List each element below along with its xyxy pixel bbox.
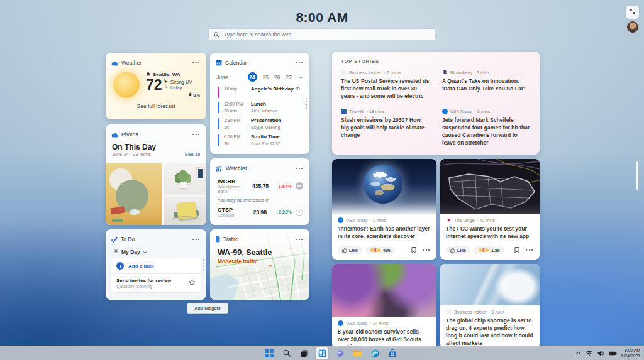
stock-symbol: CTSP [218, 207, 234, 213]
user-avatar[interactable] [626, 21, 639, 33]
wifi-icon[interactable] [586, 351, 593, 356]
watching-icon[interactable] [296, 182, 303, 190]
calendar-expand-chevron-icon[interactable] [299, 74, 303, 80]
calendar-date-24[interactable]: 24 [248, 72, 257, 82]
event-duration: 1h [224, 125, 229, 129]
add-to-watchlist-icon[interactable]: + [296, 209, 303, 216]
interested-label: You may be interested in [210, 195, 309, 204]
sun-icon [113, 72, 140, 98]
traffic-menu-button[interactable] [294, 237, 304, 241]
calendar-title: Calendar [225, 60, 247, 66]
todo-title: To Do [121, 236, 135, 243]
watchlist-widget[interactable]: Watchlist WGRB Woodgrove Bank 435.75 -1.… [210, 158, 309, 225]
story-time: 3 mins [474, 70, 490, 75]
photos-widget[interactable]: Photos On This Day June 24 · 33 items Se… [106, 124, 206, 225]
news-story[interactable]: USA Today 5 mins Jets forward Mark Schei… [442, 109, 531, 146]
my-day-selector[interactable]: My Day [106, 247, 206, 258]
photo-chair[interactable] [164, 196, 206, 225]
calendar-widget[interactable]: Calendar June 24 25 26 27 All day Angela… [210, 53, 309, 154]
volume-icon[interactable] [597, 351, 604, 356]
thumbs-up-icon [450, 248, 455, 253]
source-logo-usa-today [338, 320, 343, 326]
news-card-earth[interactable]: USA Today 1 mins 'Innermost': Earth has … [332, 159, 436, 260]
see-all-link[interactable]: See all [185, 151, 200, 157]
reactions-pill[interactable]: 496 [365, 246, 395, 254]
file-explorer-icon[interactable] [351, 347, 364, 359]
todo-widget[interactable]: To Do My Day Add a task Send invites for… [106, 229, 206, 300]
source-logo-business-insider [341, 70, 347, 75]
calendar-date-25[interactable]: 25 [263, 74, 269, 80]
weather-menu-button[interactable] [191, 61, 201, 65]
photo-collage[interactable] [106, 163, 206, 225]
event-subtitle: Alex Johnson [251, 108, 277, 114]
add-widgets-button[interactable]: Add widgets [187, 303, 228, 314]
todo-check-icon [111, 234, 118, 245]
thumbs-up-icon [342, 248, 347, 253]
widgets-button[interactable] [316, 347, 328, 359]
start-button[interactable] [263, 347, 275, 359]
weather-cloud-icon [111, 57, 118, 68]
calendar-event[interactable]: 6:00 PM3h Studio Time Conf Rm 32/35 [218, 134, 302, 147]
chat-icon[interactable] [333, 347, 346, 359]
panel-scrollbar[interactable] [636, 161, 638, 190]
news-story[interactable]: B Bloomberg 3 mins A Quant's Take on Inn… [442, 70, 531, 100]
card-source: USA Today [346, 321, 368, 325]
photos-menu-button[interactable] [191, 133, 201, 136]
card-menu-button[interactable] [525, 248, 534, 252]
watchlist-menu-button[interactable] [294, 166, 304, 170]
todo-scroll-dots[interactable] [203, 259, 204, 270]
traffic-widget[interactable]: Traffic WA-99, Seattle Moderate traffic [210, 229, 309, 300]
unit-celsius[interactable]: °C [164, 84, 168, 89]
top-stories-header: TOP STORIES [341, 58, 531, 64]
microsoft-store-icon[interactable] [386, 347, 399, 359]
reactions-pill[interactable]: 1.5k [474, 246, 504, 254]
news-card-fcc[interactable]: ▼ The Verge 42 mins The FCC wants you to… [440, 159, 540, 260]
add-task-label: Add a task [128, 263, 153, 269]
calendar-scroll-dots[interactable] [306, 98, 307, 109]
tray-chevron-up-icon[interactable] [575, 351, 581, 355]
calendar-event[interactable]: 1:30 PM1h Presentation Skype Meeting [218, 117, 302, 131]
star-icon[interactable] [189, 277, 196, 288]
news-card-girl-scouts[interactable]: USA Today 14 mins 8-year-old cancer surv… [332, 264, 436, 349]
news-story[interactable]: Business Insider 2 hours The US Postal S… [341, 70, 430, 100]
my-day-label: My Day [121, 249, 140, 255]
battery-icon[interactable] [609, 351, 617, 356]
photo-still-life[interactable] [106, 163, 162, 225]
chevron-down-icon [143, 249, 147, 255]
collapse-panel-button[interactable] [626, 6, 639, 19]
stock-row-wgrb[interactable]: WGRB Woodgrove Bank 435.75 -1.67% [210, 176, 309, 195]
news-story[interactable]: The Hill 18 mins Slash emissions by 2030… [341, 109, 430, 146]
calendar-date-27[interactable]: 27 [286, 74, 292, 80]
photo-plant[interactable] [164, 163, 206, 195]
web-search-bar[interactable] [208, 28, 436, 40]
tray-clock[interactable]: 8:00 AM 6/24/2021 [621, 347, 640, 359]
taskbar-search-icon[interactable] [280, 347, 293, 359]
tray-time: 8:00 AM [621, 347, 640, 353]
story-source: Bloomberg [450, 70, 472, 75]
see-full-forecast-link[interactable]: See full forecast [106, 103, 206, 109]
story-source: The Hill [349, 109, 364, 114]
taskbar: 8:00 AM 6/24/2021 [0, 346, 644, 360]
search-input[interactable] [224, 31, 430, 38]
news-card-chip-shortage[interactable]: Business Insider 1 hour The global chip … [440, 264, 540, 349]
weather-widget[interactable]: Weather Seattle, WA 72 °F °C [106, 53, 206, 119]
card-menu-button[interactable] [421, 248, 431, 252]
task-item[interactable]: Send invites for review Quarterly planni… [111, 273, 201, 292]
unit-fahrenheit[interactable]: °F [164, 79, 168, 84]
bookmark-icon[interactable] [411, 244, 416, 256]
edge-browser-icon[interactable] [369, 347, 381, 359]
calendar-event[interactable]: 12:00 PM30 min Lunch Alex Johnson [218, 101, 302, 114]
stock-row-ctsp[interactable]: CTSP Contoso 23.98 +2.23% + [210, 204, 309, 219]
source-logo-bloomberg: B [442, 70, 448, 75]
task-view-icon[interactable] [298, 347, 311, 359]
bookmark-icon[interactable] [514, 244, 519, 256]
calendar-menu-button[interactable] [294, 61, 304, 65]
like-button[interactable]: Like [338, 246, 362, 254]
like-button[interactable]: Like [446, 246, 470, 254]
todo-menu-button[interactable] [191, 237, 201, 241]
task-title: Send invites for review [116, 278, 171, 283]
calendar-date-26[interactable]: 26 [274, 74, 280, 80]
event-time: 12:00 PM [224, 102, 243, 106]
add-task-button[interactable]: Add a task [111, 258, 201, 273]
calendar-event[interactable]: All day Angela's Birthday [218, 86, 302, 98]
